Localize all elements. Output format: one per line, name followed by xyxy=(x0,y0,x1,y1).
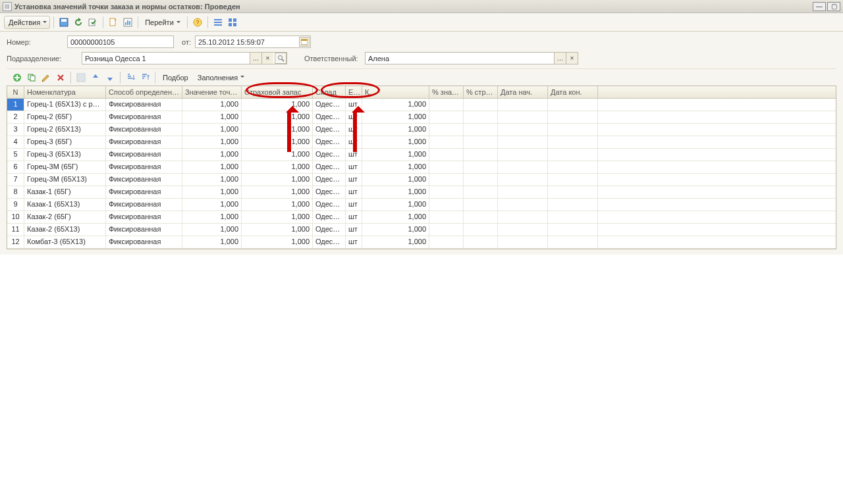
cell[interactable]: 9 xyxy=(7,199,24,211)
cell[interactable]: Одесс... xyxy=(313,136,346,148)
edit-row-icon[interactable] xyxy=(40,71,53,84)
cell[interactable]: 1,000 xyxy=(242,136,313,148)
cell[interactable]: 1,000 xyxy=(182,236,242,248)
cell[interactable] xyxy=(464,99,498,111)
cell[interactable]: Казак-1 (65Х13) xyxy=(24,199,106,211)
cell[interactable]: шт xyxy=(346,161,362,173)
cell[interactable]: Фиксированная xyxy=(106,236,182,248)
cell[interactable] xyxy=(498,136,548,148)
table-row[interactable]: 7Горец-3М (65Х13)Фиксированная1,0001,000… xyxy=(7,174,836,186)
cell[interactable]: шт xyxy=(346,211,362,223)
search-icon[interactable] xyxy=(275,53,286,64)
table-row[interactable]: 10Казак-2 (65Г)Фиксированная1,0001,000Од… xyxy=(7,211,836,224)
cell[interactable] xyxy=(464,149,498,161)
cell[interactable]: 1,000 xyxy=(362,224,429,236)
cell[interactable]: Фиксированная xyxy=(106,136,182,148)
cell[interactable] xyxy=(498,111,548,123)
col-date-end[interactable]: Дата кон. xyxy=(548,86,598,98)
copy-row-icon[interactable] xyxy=(25,71,38,84)
cell[interactable] xyxy=(498,174,548,186)
cell[interactable]: шт xyxy=(346,236,362,248)
cell[interactable] xyxy=(429,199,464,211)
cell[interactable]: 1,000 xyxy=(182,99,242,111)
fill-dropdown[interactable]: Заполнения xyxy=(194,71,247,84)
cell[interactable] xyxy=(498,99,548,111)
cell[interactable]: шт xyxy=(346,124,362,136)
cell[interactable]: 1,000 xyxy=(182,149,242,161)
cell[interactable]: 4 xyxy=(7,136,24,148)
post-icon[interactable] xyxy=(86,16,99,29)
cell[interactable]: 1,000 xyxy=(242,236,313,248)
table-row[interactable]: 1Горец-1 (65Х13) с рез...Фиксированная1,… xyxy=(7,99,836,111)
maximize-button[interactable]: ▢ xyxy=(827,2,840,11)
col-nomenclature[interactable]: Номенклатура xyxy=(24,86,106,98)
cell[interactable]: 1 xyxy=(7,99,24,111)
cell[interactable] xyxy=(548,149,598,161)
cell[interactable]: Фиксированная xyxy=(106,149,182,161)
cell[interactable]: 1,000 xyxy=(242,211,313,223)
select-button[interactable]: … xyxy=(250,53,261,64)
col-pct-stock[interactable]: % стра... xyxy=(464,86,498,98)
cell[interactable]: 1,000 xyxy=(182,199,242,211)
cell[interactable]: Одесс... xyxy=(313,236,346,248)
cell[interactable]: 1,000 xyxy=(362,161,429,173)
cell[interactable] xyxy=(548,174,598,186)
table-row[interactable]: 4Горец-3 (65Г)Фиксированная1,0001,000Оде… xyxy=(7,136,836,149)
cell[interactable]: 3 xyxy=(7,124,24,136)
cell[interactable]: Фиксированная xyxy=(106,99,182,111)
cell[interactable]: Фиксированная xyxy=(106,161,182,173)
cell[interactable]: 1,000 xyxy=(182,174,242,186)
cell[interactable] xyxy=(548,124,598,136)
cell[interactable] xyxy=(429,211,464,223)
cell[interactable]: 1,000 xyxy=(362,136,429,148)
open-icon[interactable] xyxy=(107,16,120,29)
cell[interactable]: 1,000 xyxy=(242,149,313,161)
cell[interactable] xyxy=(464,124,498,136)
list1-icon[interactable] xyxy=(211,16,225,29)
cell[interactable] xyxy=(548,136,598,148)
cell[interactable]: Горец-3 (65Х13) xyxy=(24,149,106,161)
cell[interactable]: шт xyxy=(346,199,362,211)
cell[interactable]: Горец-2 (65Г) xyxy=(24,111,106,123)
cell[interactable] xyxy=(464,174,498,186)
number-input[interactable]: 00000000105 xyxy=(67,36,174,48)
cell[interactable]: Фиксированная xyxy=(106,224,182,236)
cell[interactable]: 7 xyxy=(7,174,24,186)
help-icon[interactable]: ? xyxy=(191,16,204,29)
cell[interactable]: Одесс... xyxy=(313,224,346,236)
cell[interactable]: 11 xyxy=(7,224,24,236)
cell[interactable] xyxy=(464,224,498,236)
cell[interactable] xyxy=(498,224,548,236)
cell[interactable] xyxy=(429,186,464,198)
cell[interactable]: 1,000 xyxy=(362,211,429,223)
table-row[interactable]: 11Казак-2 (65Х13)Фиксированная1,0001,000… xyxy=(7,224,836,236)
sort-desc-icon[interactable] xyxy=(138,71,151,84)
actions-dropdown[interactable]: Действия xyxy=(4,16,50,29)
clear-button[interactable]: × xyxy=(261,53,273,64)
cell[interactable]: Одесс... xyxy=(313,199,346,211)
cell[interactable]: Одесс... xyxy=(313,99,346,111)
cell[interactable] xyxy=(498,149,548,161)
refresh-icon[interactable] xyxy=(72,16,85,29)
cell[interactable]: Одесс... xyxy=(313,149,346,161)
cell[interactable]: Фиксированная xyxy=(106,111,182,123)
cell[interactable]: 1,000 xyxy=(362,111,429,123)
select-button[interactable]: … xyxy=(554,53,566,64)
cell[interactable] xyxy=(429,111,464,123)
cell[interactable] xyxy=(464,211,498,223)
cell[interactable] xyxy=(548,161,598,173)
table-row[interactable]: 12Комбат-3 (65Х13)Фиксированная1,0001,00… xyxy=(7,236,836,249)
cell[interactable] xyxy=(464,199,498,211)
minimize-button[interactable]: — xyxy=(813,2,826,11)
cell[interactable]: 1,000 xyxy=(362,199,429,211)
cell[interactable] xyxy=(464,136,498,148)
cell[interactable]: Фиксированная xyxy=(106,124,182,136)
cell[interactable] xyxy=(429,174,464,186)
cell[interactable]: 1,000 xyxy=(182,136,242,148)
cell[interactable]: 1,000 xyxy=(242,124,313,136)
cell[interactable]: Казак-1 (65Г) xyxy=(24,186,106,198)
add-row-icon[interactable] xyxy=(11,71,24,84)
cell[interactable] xyxy=(548,224,598,236)
cell[interactable]: Казак-2 (65Х13) xyxy=(24,224,106,236)
cell[interactable] xyxy=(464,236,498,248)
